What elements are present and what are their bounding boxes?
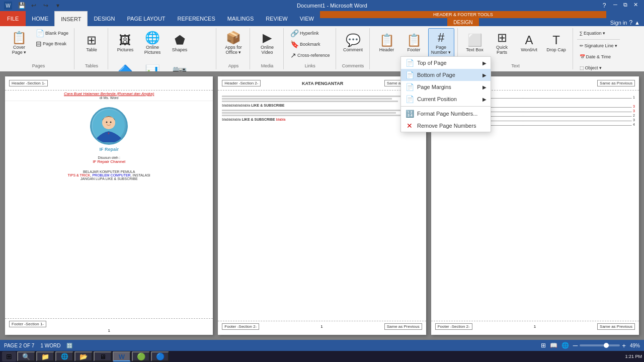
table-button[interactable]: ⊞ Table [78,28,105,58]
taskbar-app2[interactable]: 🔵 [151,351,169,361]
dropdown-current-position[interactable]: 📄 Current Position ▶ [401,93,491,105]
submenu-arrow-4-icon: ▶ [482,97,487,102]
restore-button[interactable]: ⧉ [621,0,630,9]
ribbon-group-pages: 📋 Cover Page ▾ 📄 Blank Page ⊟ Page Break… [4,28,74,69]
page-1-footer-number: 1 [108,328,110,333]
apps-for-office-button[interactable]: 📦 Apps for Office ▾ [220,28,247,58]
signature-line-button[interactable]: ✏ Signature Line ▾ [577,41,620,51]
date-time-button[interactable]: 📅 Date & Time [577,52,614,62]
tips-label: TIPS & TRICK, PROBLEM COMPUTER, INSTALAS… [9,173,209,177]
taskbar: ⊞ 🔍 📁 🌐 📂 🖥 W 🟢 🔵 1:21 PM [0,351,644,362]
hyperlink-button[interactable]: 🔗 Hyperlink [288,28,321,38]
hyperlink-icon: 🔗 [290,29,299,37]
tab-references[interactable]: REFERENCES [172,11,221,26]
cross-reference-button[interactable]: ↗ Cross-reference [288,50,333,60]
table-icon: ⊞ [87,34,97,46]
dropdown-page-margins[interactable]: 📄 Page Margins ▶ [401,81,491,93]
online-video-button[interactable]: ▶ Online Video [254,28,280,58]
minimize-button[interactable]: ─ [611,0,620,9]
online-pictures-button[interactable]: 🌐 Online Pictures [139,28,166,58]
web-view-button[interactable]: 🌐 [561,342,569,349]
tab-view[interactable]: VIEW [294,11,320,26]
ribbon-group-links: 🔗 Hyperlink 🔖 Bookmark ↗ Cross-reference… [286,28,336,69]
tables-buttons: ⊞ Table [78,28,105,62]
taskbar-search[interactable]: 🔍 [17,351,35,361]
object-icon: ⬚ [580,65,584,70]
dropdown-remove-page-numbers[interactable]: ✕ Remove Page Numbers [401,120,491,132]
taskbar-folder[interactable]: 📂 [74,351,93,361]
quick-access-toolbar: 💾 ↩ ↪ ▾ [14,0,65,11]
equation-button[interactable]: ∑ Equation ▾ [577,28,608,38]
page-2-footer-label: Footer -Section 2- [222,323,259,330]
pictures-button[interactable]: 🖼 Pictures [112,28,138,58]
tab-file[interactable]: FILE [0,11,26,26]
pages-buttons: 📋 Cover Page ▾ 📄 Blank Page ⊟ Page Break [6,28,71,62]
tab-design[interactable]: DESIGN [88,11,121,26]
cover-page-button[interactable]: 📋 Cover Page ▾ [6,28,32,58]
ribbon-collapse-button[interactable]: ▲ [634,20,640,26]
tab-hf-design[interactable]: DESIGN [447,18,478,26]
online-video-icon: ▶ [263,32,272,44]
taskbar-left: ⊞ 🔍 📁 🌐 📂 🖥 W 🟢 🔵 [2,351,169,361]
redo-button[interactable]: ↪ [40,0,51,11]
shapes-button[interactable]: ⬟ Shapes [167,28,193,58]
dropdown-format-page-numbers[interactable]: 🔢 Format Page Numbers... [401,108,491,120]
zoom-level: 49% [630,343,640,348]
tab-home[interactable]: HOME [26,11,54,26]
tab-mailings[interactable]: MAILINGS [221,11,260,26]
help-button[interactable]: ? [599,0,610,11]
layout-view-button[interactable]: ⊞ [541,342,546,349]
page-number-button[interactable]: # Page Number ▾ [428,28,454,58]
media-buttons: ▶ Online Video [254,28,280,62]
taskbar-app1[interactable]: 🟢 [132,351,150,361]
quick-parts-button[interactable]: ⊞ Quick Parts [489,28,515,58]
page-3-footer-number: 1 [534,324,536,329]
undo-button[interactable]: ↩ [28,0,39,11]
submenu-arrow-3-icon: ▶ [482,84,487,90]
avatar-svg [93,110,125,142]
start-button[interactable]: ⊞ [2,351,16,361]
quick-parts-icon: ⊞ [497,32,507,44]
disusun-label: Disusun oleh : [9,156,209,159]
tab-insert[interactable]: INSERT [54,11,88,26]
bookmark-button[interactable]: 🔖 Bookmark [288,39,323,49]
drop-cap-button[interactable]: T Drop Cap [543,28,570,58]
page-1-title: Cara Buat Halaman Berbeda (Romawi dan An… [7,92,211,96]
tab-review[interactable]: REVIEW [260,11,293,26]
close-button[interactable]: ✕ [631,0,640,9]
zoom-out-button[interactable]: ─ [573,342,578,349]
word-icon: W [4,2,12,10]
header-button[interactable]: 📋 Header [374,28,400,58]
save-button[interactable]: 💾 [16,0,27,11]
wordart-button[interactable]: A WordArt [516,28,542,58]
footer-button[interactable]: 📋 Footer [401,28,427,58]
zoom-thumb [604,343,609,348]
dropdown-bottom-of-page[interactable]: 📄 Bottom of Page ▶ [401,69,491,81]
text-box-button[interactable]: ⬜ Text Box [462,28,488,58]
page-1-header-label: Header -Section 1- [9,80,48,86]
tab-page-layout[interactable]: PAGE LAYOUT [121,11,172,26]
taskbar-browser[interactable]: 🌐 [55,351,73,361]
jangan-label: JANGAN LUPA LIKE & SUBSCRIBE [9,177,209,180]
window-controls: ? ─ ⧉ ✕ [599,0,640,11]
page-break-button[interactable]: ⊟ Page Break [33,39,71,49]
comment-button[interactable]: 💬 Comment [340,28,366,58]
zoom-slider[interactable]: ─ + [573,342,626,349]
zoom-track[interactable] [580,344,620,346]
taskbar-file-explorer[interactable]: 📁 [36,351,54,361]
blank-page-button[interactable]: 📄 Blank Page [33,28,71,38]
hf-tools-label: HEADER & FOOTER TOOLS [320,11,606,18]
dropdown-top-of-page[interactable]: 📄 Top of Page ▶ [401,57,491,69]
page-2-content: blablablablablabla LIKE & SUBSCRIBE blab… [218,90,426,321]
ribbon-group-symbols: ∑ Equation ▾ ✏ Signature Line ▾ 📅 Date &… [575,28,623,69]
read-view-button[interactable]: 📖 [550,342,557,349]
customize-button[interactable]: ▾ [52,0,63,11]
zoom-in-button[interactable]: + [622,342,626,349]
taskbar-word[interactable]: W [113,351,131,361]
top-of-page-icon: 📄 [405,59,414,67]
help-icon[interactable]: ? [629,19,632,26]
taskbar-computer[interactable]: 🖥 [94,351,112,361]
current-position-icon: 📄 [405,95,414,103]
page-2-header: Header -Section 2- KATA PENGANTAR Same a… [218,76,426,90]
apps-for-office-icon: 📦 [226,32,241,44]
